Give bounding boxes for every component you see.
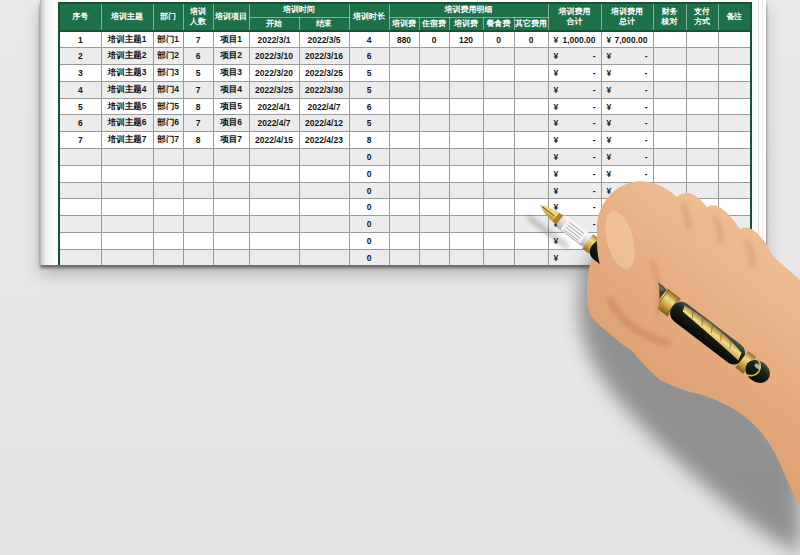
cell-fee1[interactable]: [389, 182, 419, 199]
cell-topic[interactable]: 培训主题1: [101, 31, 153, 48]
header-seq[interactable]: 序号: [59, 3, 101, 31]
cell-seq[interactable]: [59, 149, 101, 166]
cell-payment[interactable]: [686, 98, 718, 115]
cell-subtotal[interactable]: ¥-: [548, 81, 601, 98]
cell-end[interactable]: [299, 165, 349, 182]
cell-people[interactable]: [183, 249, 213, 265]
cell-project[interactable]: 项目3: [213, 65, 249, 82]
cell-subtotal[interactable]: ¥-: [548, 132, 601, 149]
cell-total[interactable]: ¥-: [601, 132, 653, 149]
cell-dept[interactable]: [153, 216, 183, 233]
cell-dept[interactable]: 部门6: [153, 115, 183, 132]
cell-fee2[interactable]: [449, 149, 483, 166]
cell-end[interactable]: [299, 249, 349, 265]
cell-project[interactable]: [213, 165, 249, 182]
cell-finance[interactable]: [653, 149, 686, 166]
cell-start[interactable]: 2022/4/7: [249, 115, 299, 132]
cell-duration[interactable]: 0: [349, 249, 389, 265]
cell-meal[interactable]: [483, 132, 514, 149]
cell-finance[interactable]: [653, 115, 686, 132]
cell-lodging[interactable]: [419, 233, 449, 250]
cell-seq[interactable]: 4: [59, 81, 101, 98]
cell-dept[interactable]: 部门5: [153, 98, 183, 115]
cell-duration[interactable]: 6: [349, 48, 389, 65]
cell-seq[interactable]: [59, 249, 101, 265]
cell-total[interactable]: ¥-: [601, 149, 653, 166]
cell-lodging[interactable]: [419, 199, 449, 216]
cell-fee2[interactable]: [449, 48, 483, 65]
cell-lodging[interactable]: [419, 115, 449, 132]
header-dept[interactable]: 部门: [153, 3, 183, 31]
cell-people[interactable]: 5: [183, 65, 213, 82]
cell-other[interactable]: [514, 81, 548, 98]
header-fee2[interactable]: 培训费: [449, 17, 483, 31]
cell-seq[interactable]: [59, 199, 101, 216]
header-start[interactable]: 开始: [249, 17, 299, 31]
cell-topic[interactable]: 培训主题2: [101, 48, 153, 65]
cell-finance[interactable]: [653, 132, 686, 149]
cell-project[interactable]: 项目4: [213, 81, 249, 98]
cell-start[interactable]: 2022/3/10: [249, 48, 299, 65]
cell-fee1[interactable]: [389, 65, 419, 82]
cell-duration[interactable]: 0: [349, 216, 389, 233]
cell-end[interactable]: [299, 149, 349, 166]
cell-project[interactable]: [213, 149, 249, 166]
cell-topic[interactable]: [101, 182, 153, 199]
cell-people[interactable]: 7: [183, 81, 213, 98]
cell-meal[interactable]: [483, 98, 514, 115]
cell-duration[interactable]: 5: [349, 65, 389, 82]
header-fee-group[interactable]: 培训费用明细: [389, 3, 548, 17]
cell-seq[interactable]: 2: [59, 48, 101, 65]
cell-topic[interactable]: [101, 165, 153, 182]
cell-subtotal[interactable]: ¥1,000.00: [548, 31, 601, 48]
cell-fee2[interactable]: [449, 98, 483, 115]
cell-dept[interactable]: [153, 249, 183, 265]
cell-fee1[interactable]: [389, 98, 419, 115]
cell-duration[interactable]: 0: [349, 199, 389, 216]
cell-people[interactable]: 8: [183, 132, 213, 149]
cell-subtotal[interactable]: ¥-: [548, 48, 601, 65]
header-time-group[interactable]: 培训时间: [249, 3, 349, 17]
cell-subtotal[interactable]: ¥-: [548, 115, 601, 132]
cell-meal[interactable]: [483, 149, 514, 166]
cell-dept[interactable]: [153, 149, 183, 166]
cell-other[interactable]: [514, 48, 548, 65]
cell-dept[interactable]: [153, 199, 183, 216]
header-end[interactable]: 结束: [299, 17, 349, 31]
cell-start[interactable]: [249, 182, 299, 199]
cell-topic[interactable]: [101, 216, 153, 233]
cell-fee1[interactable]: [389, 132, 419, 149]
cell-start[interactable]: 2022/4/1: [249, 98, 299, 115]
cell-finance[interactable]: [653, 48, 686, 65]
cell-topic[interactable]: 培训主题7: [101, 132, 153, 149]
cell-start[interactable]: 2022/3/25: [249, 81, 299, 98]
cell-lodging[interactable]: 0: [419, 31, 449, 48]
cell-lodging[interactable]: [419, 132, 449, 149]
cell-end[interactable]: 2022/3/5: [299, 31, 349, 48]
cell-start[interactable]: 2022/3/1: [249, 31, 299, 48]
cell-lodging[interactable]: [419, 165, 449, 182]
cell-people[interactable]: 6: [183, 48, 213, 65]
cell-people[interactable]: 7: [183, 31, 213, 48]
cell-other[interactable]: [514, 65, 548, 82]
cell-end[interactable]: [299, 233, 349, 250]
cell-project[interactable]: [213, 249, 249, 265]
cell-seq[interactable]: 1: [59, 31, 101, 48]
cell-lodging[interactable]: [419, 48, 449, 65]
cell-subtotal[interactable]: ¥-: [548, 149, 601, 166]
cell-end[interactable]: 2022/3/25: [299, 65, 349, 82]
cell-total[interactable]: ¥-: [601, 81, 653, 98]
cell-seq[interactable]: 3: [59, 65, 101, 82]
cell-meal[interactable]: [483, 115, 514, 132]
cell-total[interactable]: ¥-: [601, 65, 653, 82]
cell-total[interactable]: ¥7,000.00: [601, 31, 653, 48]
cell-fee1[interactable]: [389, 249, 419, 265]
cell-payment[interactable]: [686, 48, 718, 65]
cell-lodging[interactable]: [419, 249, 449, 265]
cell-finance[interactable]: [653, 81, 686, 98]
cell-topic[interactable]: 培训主题3: [101, 65, 153, 82]
cell-people[interactable]: [183, 182, 213, 199]
cell-payment[interactable]: [686, 149, 718, 166]
cell-dept[interactable]: [153, 165, 183, 182]
cell-fee2[interactable]: [449, 132, 483, 149]
